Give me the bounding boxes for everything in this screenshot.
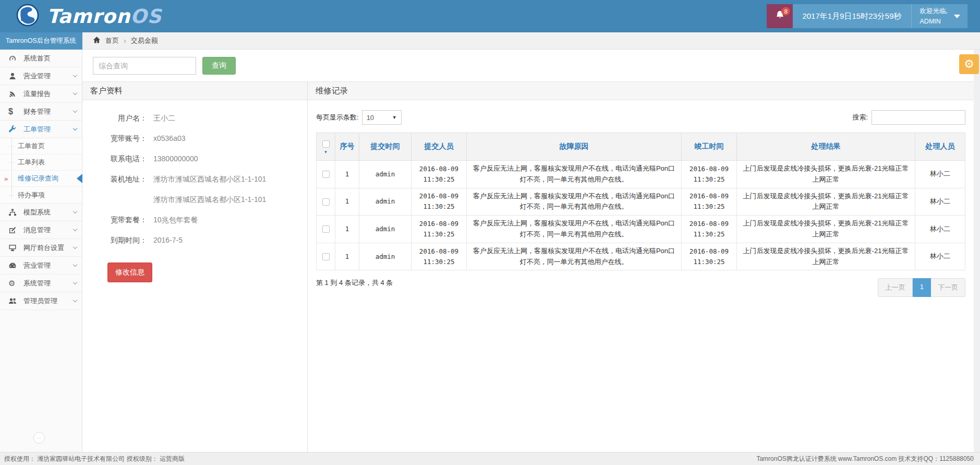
customer-field-address: 装机地址： 潍坊市潍城区西城名都小区1-1-101 (92, 175, 298, 184)
customer-field-account: 宽带账号： x0536a03 (92, 134, 298, 144)
dotted-tick-icon: ··· (8, 144, 18, 149)
settings-fab-button[interactable]: ⚙ (959, 54, 979, 74)
notifications-button[interactable]: 8 (767, 4, 793, 28)
chevron-down-icon (73, 209, 77, 213)
column-header-submit-person[interactable]: 提交人员 (412, 133, 467, 161)
sidebar-item-traffic-report[interactable]: 流量报告 (0, 85, 82, 103)
app-window: TamronOS 8 2017年1月9日15时23分59秒 欢迎光临, ADMI… (0, 0, 980, 465)
welcome-text: 欢迎光临, ADMIN (920, 6, 948, 27)
rss-icon (8, 90, 20, 98)
search-input[interactable] (93, 57, 196, 75)
records-panel-title: 维修记录 (308, 82, 974, 100)
gear-icon: ⚙ (964, 57, 974, 71)
sidebar-item-finance-mgmt[interactable]: $ 财务管理 (0, 103, 82, 121)
prev-page-button[interactable]: 上一页 (878, 278, 913, 297)
wrench-icon (8, 125, 20, 134)
table-search-input[interactable] (872, 110, 965, 125)
select-all-header[interactable]: ▼ (317, 133, 335, 161)
column-header-finish-time[interactable]: 竣工时间 (682, 133, 737, 161)
chevron-down-icon (73, 280, 77, 284)
chevron-down-icon (73, 91, 77, 95)
chevron-down-icon (73, 298, 77, 302)
customer-panel-title: 客户资料 (82, 82, 307, 100)
sidebar-item-message-mgmt[interactable]: 消息管理 (0, 221, 82, 239)
chevron-down-icon (954, 15, 960, 18)
sidebar-collapse-handle[interactable]: ··· (33, 432, 45, 444)
repair-records-panel: 维修记录 每页显示条数: 10 ▼ 搜索: (308, 81, 974, 452)
breadcrumb-separator: › (124, 37, 126, 45)
gauge-icon (8, 261, 20, 270)
dollar-icon: $ (8, 107, 20, 116)
row-checkbox[interactable] (322, 171, 330, 178)
chevron-down-icon (73, 227, 77, 231)
customer-field-phone: 联系电话： 13800000000 (92, 154, 298, 164)
header-right-group: 8 2017年1月9日15时23分59秒 欢迎光临, ADMIN (767, 4, 967, 28)
column-header-result[interactable]: 处理结果 (737, 133, 915, 161)
records-summary: 第 1 到 4 条记录，共 4 条 (316, 278, 393, 288)
page-number-button[interactable]: 1 (913, 278, 931, 297)
next-page-button[interactable]: 下一页 (931, 278, 965, 297)
edit-icon (8, 226, 20, 234)
repair-records-table: ▼ 序号 提交时间 提交人员 故障原因 竣工时间 处理结果 处理人员 (316, 133, 965, 270)
sidebar-item-system-home[interactable]: 系统首页 (0, 50, 82, 67)
sidebar-item-portal-settings[interactable]: 网厅前台设置 (0, 239, 82, 257)
main-content: 查询 客户资料 用户名： 王小二 宽带账号： x0536a03 (82, 50, 974, 452)
home-icon (93, 36, 101, 45)
select-all-checkbox[interactable] (322, 140, 330, 148)
notification-count-badge: 8 (781, 7, 790, 16)
customer-field-address-line2: 潍坊市潍城区西城名都小区1-1-101 (92, 195, 298, 205)
sidebar-item-admin-mgmt[interactable]: 管理员管理 (0, 292, 82, 310)
table-controls: 每页显示条数: 10 ▼ 搜索: (316, 110, 965, 125)
page-size-select[interactable]: 10 ▼ (362, 110, 402, 125)
search-button[interactable]: 查询 (202, 57, 236, 75)
gauge-icon (8, 54, 20, 63)
sidebar-item-business-mgmt-2[interactable]: 营业管理 (0, 257, 82, 275)
chevron-down-icon (73, 263, 77, 267)
sidebar-subitem-todo[interactable]: ··· 待办事项 (0, 187, 82, 203)
sitemap-icon (8, 208, 20, 217)
sidebar-subitem-workorder-list[interactable]: ··· 工单列表 (0, 154, 82, 171)
desktop-icon (8, 244, 20, 252)
column-header-handler[interactable]: 处理人员 (915, 133, 965, 161)
datetime-display: 2017年1月9日15时23分59秒 (793, 4, 911, 28)
customer-field-plan: 宽带套餐： 10兆包年套餐 (92, 216, 298, 225)
sidebar-subitem-workorder-home[interactable]: ··· 工单首页 (0, 138, 82, 154)
row-checkbox[interactable] (322, 253, 330, 260)
sidebar-item-workorder-mgmt[interactable]: 工单管理 (0, 121, 82, 138)
user-menu[interactable]: 欢迎光临, ADMIN (911, 4, 967, 28)
sidebar-item-model-system[interactable]: 模型系统 (0, 204, 82, 221)
table-row: 1 admin 2016-08-09 11:30:25 客户反应无法上网，客服核… (317, 188, 965, 216)
chevron-down-icon (73, 109, 77, 113)
sidebar-nav: 系统首页 营业管理 流量报告 $ 财务管理 (0, 50, 82, 452)
top-header: TamronOS 8 2017年1月9日15时23分59秒 欢迎光临, ADMI… (0, 0, 980, 32)
breadcrumb-current: 交易金额 (131, 36, 158, 45)
dotted-tick-icon: ··· (8, 160, 18, 165)
breadcrumb-home-link[interactable]: 首页 (105, 36, 119, 45)
dotted-tick-icon: ··· (8, 193, 18, 198)
license-text: 授权使用： 潍坊家园驿站电子技术有限公司 授权级别： 运营商版 (4, 455, 185, 463)
gears-icon: ⚙ (8, 279, 20, 288)
sidebar-subitem-repair-records[interactable]: » 维修记录查询 (0, 171, 82, 187)
column-header-submit-time[interactable]: 提交时间 (359, 133, 412, 161)
table-row: 1 admin 2016-08-09 11:30:25 客户反应无法上网，客服核… (317, 161, 965, 188)
table-row: 1 admin 2016-08-09 11:30:25 客户反应无法上网，客服核… (317, 216, 965, 243)
table-search-label: 搜索: (852, 113, 868, 122)
table-footer: 第 1 到 4 条记录，共 4 条 上一页 1 下一页 (316, 278, 965, 297)
edit-info-button[interactable]: 修改信息 (107, 263, 152, 282)
sidebar-item-system-mgmt[interactable]: ⚙ 系统管理 (0, 275, 82, 292)
row-checkbox[interactable] (322, 198, 330, 206)
users-icon (8, 297, 20, 305)
row-checkbox[interactable] (322, 225, 330, 233)
active-marker-icon: » (4, 175, 18, 183)
customer-field-expiry: 到期时间： 2016-7-5 (92, 236, 298, 245)
column-header-fault-reason[interactable]: 故障原因 (467, 133, 682, 161)
table-header-row: ▼ 序号 提交时间 提交人员 故障原因 竣工时间 处理结果 处理人员 (317, 133, 965, 161)
sort-caret-icon: ▼ (319, 150, 333, 154)
chevron-down-icon (73, 245, 77, 249)
customer-info-panel: 客户资料 用户名： 王小二 宽带账号： x0536a03 联系电话： 13800 (82, 81, 308, 452)
sidebar-item-business-mgmt[interactable]: 营业管理 (0, 67, 82, 85)
customer-field-username: 用户名： 王小二 (92, 114, 298, 123)
column-header-seq[interactable]: 序号 (335, 133, 359, 161)
brand-name: TamronOS (47, 5, 162, 28)
vendor-text: TamronOS腾龙认证计费系统 www.TamronOS.com 技术支持QQ… (756, 455, 974, 463)
